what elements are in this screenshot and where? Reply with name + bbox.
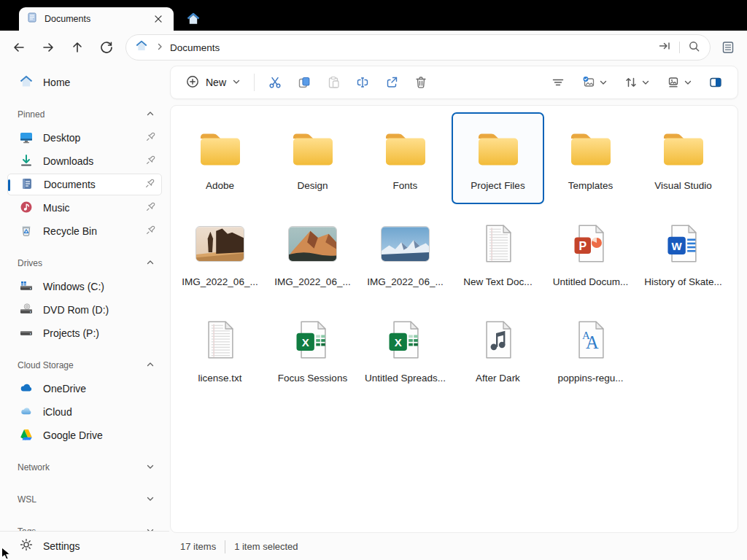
file-item-new-text-doc[interactable]: New Text Doc... — [452, 209, 544, 300]
sidebar-item-desktop[interactable]: Desktop — [7, 127, 162, 149]
sidebar-item-windows-c[interactable]: Windows (C:) — [7, 276, 162, 298]
share-icon[interactable] — [377, 70, 406, 95]
file-item-label: Design — [297, 180, 328, 191]
back-icon[interactable] — [4, 35, 34, 60]
sidebar-item-onedrive[interactable]: OneDrive — [7, 378, 162, 400]
pin-icon[interactable] — [145, 201, 156, 214]
address-bar[interactable]: Documents — [125, 34, 711, 61]
sidebar-item-downloads[interactable]: Downloads — [7, 150, 162, 172]
file-item-label: Untitled Spreads... — [365, 373, 446, 384]
tasks-icon[interactable] — [718, 37, 738, 58]
paste-icon[interactable] — [319, 70, 348, 95]
pin-icon[interactable] — [145, 131, 156, 144]
pin-icon[interactable] — [145, 225, 156, 238]
file-item-untitled-spreads[interactable]: XUntitled Spreads... — [359, 305, 452, 397]
forward-icon[interactable] — [34, 35, 63, 60]
file-item-history-of-skate[interactable]: WHistory of Skate... — [637, 209, 729, 300]
file-item-label: IMG_2022_06_... — [367, 276, 443, 287]
svg-text:A: A — [586, 332, 599, 352]
section-header-network[interactable]: Network — [7, 456, 162, 478]
sidebar-item-dvd-rom-d[interactable]: DVD Rom (D:) — [7, 299, 162, 321]
copy-icon[interactable] — [290, 70, 319, 95]
cut-icon[interactable] — [260, 70, 290, 95]
file-item-templates[interactable]: Templates — [544, 112, 637, 204]
google-drive-icon — [19, 427, 34, 444]
file-item-img-2022-06[interactable]: IMG_2022_06_... — [266, 209, 359, 300]
mouse-cursor — [1, 547, 12, 560]
file-item-project-files[interactable]: Project Files — [452, 112, 544, 204]
file-item-img-2022-06[interactable]: IMG_2022_06_... — [174, 209, 266, 300]
file-item-after-dark[interactable]: After Dark — [452, 305, 544, 397]
sidebar-item-music[interactable]: Music — [7, 197, 162, 219]
tab-title: Documents — [44, 14, 144, 24]
section-header-drives[interactable]: Drives — [7, 252, 162, 274]
file-item-label: History of Skate... — [644, 276, 722, 287]
file-item-label: IMG_2022_06_... — [274, 276, 350, 287]
file-item-img-2022-06[interactable]: IMG_2022_06_... — [359, 209, 452, 300]
new-button[interactable]: New — [178, 70, 248, 96]
sort-icon[interactable] — [616, 70, 657, 95]
section-label: Drives — [18, 258, 42, 268]
home-tab-icon[interactable] — [184, 9, 203, 28]
excel-icon: X — [384, 312, 427, 368]
pin-icon[interactable] — [144, 178, 155, 191]
sidebar-item-icloud[interactable]: iCloud — [7, 401, 162, 423]
refresh-icon[interactable] — [92, 35, 121, 60]
selection-icon[interactable] — [574, 70, 615, 95]
sidebar-item-documents[interactable]: Documents — [7, 174, 162, 195]
file-item-label: license.txt — [198, 373, 241, 384]
home-icon[interactable] — [135, 39, 148, 55]
sidebar-item-label: Projects (P:) — [43, 327, 156, 339]
tab-close-icon[interactable] — [150, 11, 166, 27]
sidebar-item-label: iCloud — [43, 406, 156, 418]
address-divider — [679, 42, 680, 53]
file-item-focus-sessions[interactable]: XFocus Sessions — [266, 305, 359, 397]
audio-icon — [476, 312, 520, 368]
status-bar: 17 items 1 item selected — [170, 533, 747, 560]
view-icon[interactable] — [659, 70, 700, 95]
text-file-icon — [476, 216, 520, 271]
tab-documents[interactable]: Documents — [19, 7, 174, 31]
file-item-adobe[interactable]: Adobe — [174, 112, 266, 204]
section-label: Pinned — [18, 109, 44, 120]
sidebar-item-projects-p[interactable]: Projects (P:) — [7, 322, 162, 344]
file-item-fonts[interactable]: Fonts — [359, 112, 452, 204]
sidebar-item-recycle-bin[interactable]: Recycle Bin — [7, 220, 162, 242]
section-header-wsl[interactable]: WSL — [7, 489, 162, 510]
section-header-cloud-storage[interactable]: Cloud Storage — [7, 354, 162, 376]
music-icon — [19, 200, 34, 217]
items-count: 17 items — [180, 541, 216, 552]
section-label: WSL — [18, 494, 36, 505]
sidebar-item-google-drive[interactable]: Google Drive — [7, 424, 162, 446]
folder-icon — [565, 120, 616, 175]
pin-icon[interactable] — [145, 155, 156, 168]
file-item-poppins-regu[interactable]: AApoppins-regu... — [544, 305, 637, 397]
rename-icon[interactable] — [348, 70, 377, 95]
preview-pane-icon[interactable] — [701, 70, 730, 95]
filter-icon[interactable] — [543, 70, 573, 95]
chevron-down-icon — [146, 494, 155, 505]
folder-icon — [473, 120, 524, 175]
sidebar-item-settings[interactable]: Settings — [0, 531, 169, 560]
breadcrumb[interactable]: Documents — [170, 42, 220, 53]
svg-text:X: X — [394, 336, 401, 349]
file-item-label: Untitled Docum... — [553, 276, 629, 287]
search-icon[interactable] — [687, 39, 701, 56]
up-icon[interactable] — [63, 35, 92, 60]
file-item-untitled-docum[interactable]: PUntitled Docum... — [544, 209, 637, 300]
sidebar-item-home[interactable]: Home — [7, 71, 162, 93]
chevron-down-icon — [146, 462, 155, 473]
file-item-label: Focus Sessions — [278, 373, 347, 384]
plus-circle-icon — [185, 74, 200, 91]
word-icon: W — [662, 216, 705, 271]
image-desert-icon — [196, 216, 244, 271]
file-item-license-txt[interactable]: license.txt — [174, 305, 266, 397]
onedrive-icon — [19, 381, 34, 397]
file-item-visual-studio[interactable]: Visual Studio — [637, 112, 729, 204]
delete-icon[interactable] — [406, 70, 436, 95]
go-to-icon[interactable] — [657, 39, 672, 56]
section-header-pinned[interactable]: Pinned — [7, 104, 162, 125]
document-tab-icon — [26, 12, 38, 26]
drive-icon — [19, 325, 34, 342]
file-item-design[interactable]: Design — [266, 112, 359, 204]
